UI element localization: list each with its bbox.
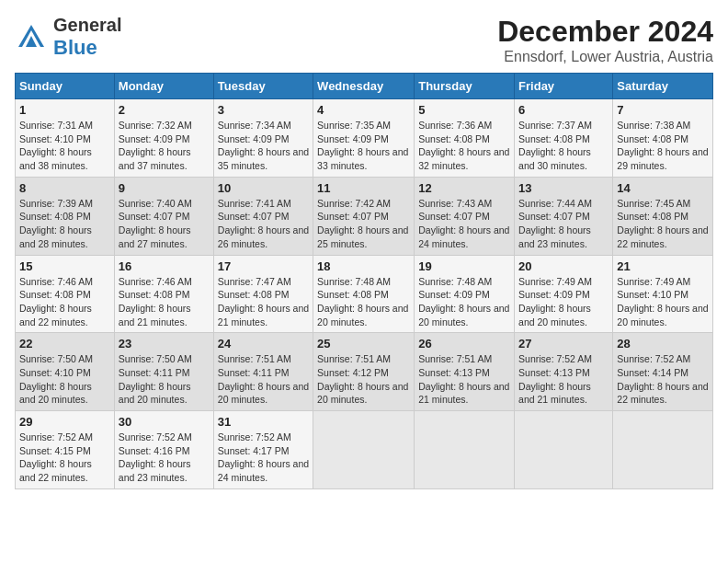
day-info: Sunrise: 7:46 AM Sunset: 4:08 PM Dayligh…: [19, 275, 110, 329]
day-number: 4: [317, 103, 410, 117]
calendar-cell: 11Sunrise: 7:42 AM Sunset: 4:07 PM Dayli…: [313, 177, 415, 255]
day-info: Sunrise: 7:47 AM Sunset: 4:08 PM Dayligh…: [218, 275, 309, 329]
day-number: 26: [418, 337, 510, 350]
day-number: 1: [19, 103, 110, 117]
day-of-week-header: Wednesday: [313, 74, 415, 99]
day-number: 18: [317, 259, 410, 273]
day-of-week-header: Saturday: [613, 74, 713, 99]
calendar-cell: 9Sunrise: 7:40 AM Sunset: 4:07 PM Daylig…: [114, 177, 213, 255]
calendar-cell: [313, 411, 415, 489]
day-number: 21: [617, 259, 709, 273]
calendar-cell: 5Sunrise: 7:36 AM Sunset: 4:08 PM Daylig…: [415, 99, 515, 178]
day-info: Sunrise: 7:43 AM Sunset: 4:07 PM Dayligh…: [418, 197, 510, 251]
day-info: Sunrise: 7:49 AM Sunset: 4:10 PM Dayligh…: [617, 275, 709, 329]
calendar-cell: 29Sunrise: 7:52 AM Sunset: 4:15 PM Dayli…: [16, 411, 115, 489]
calendar-cell: 28Sunrise: 7:52 AM Sunset: 4:14 PM Dayli…: [613, 333, 713, 411]
day-number: 3: [218, 103, 309, 117]
calendar-cell: 31Sunrise: 7:52 AM Sunset: 4:17 PM Dayli…: [213, 411, 313, 489]
day-info: Sunrise: 7:48 AM Sunset: 4:09 PM Dayligh…: [418, 275, 510, 329]
day-number: 24: [218, 337, 309, 350]
day-number: 20: [518, 259, 609, 273]
calendar-cell: 18Sunrise: 7:48 AM Sunset: 4:08 PM Dayli…: [313, 255, 415, 333]
day-info: Sunrise: 7:44 AM Sunset: 4:07 PM Dayligh…: [518, 197, 609, 251]
calendar-cell: 16Sunrise: 7:46 AM Sunset: 4:08 PM Dayli…: [114, 255, 213, 333]
day-info: Sunrise: 7:52 AM Sunset: 4:14 PM Dayligh…: [617, 352, 709, 407]
calendar-week-row: 22Sunrise: 7:50 AM Sunset: 4:10 PM Dayli…: [16, 333, 713, 411]
day-number: 23: [119, 337, 210, 350]
page-subtitle: Ennsdorf, Lower Austria, Austria: [497, 49, 713, 65]
calendar-cell: 2Sunrise: 7:32 AM Sunset: 4:09 PM Daylig…: [114, 99, 213, 178]
day-number: 29: [19, 415, 110, 429]
calendar-cell: 21Sunrise: 7:49 AM Sunset: 4:10 PM Dayli…: [613, 255, 713, 333]
calendar-week-row: 8Sunrise: 7:39 AM Sunset: 4:08 PM Daylig…: [16, 177, 713, 255]
calendar-cell: [515, 411, 613, 489]
day-number: 25: [317, 337, 410, 350]
calendar-cell: [415, 411, 515, 489]
day-info: Sunrise: 7:51 AM Sunset: 4:13 PM Dayligh…: [418, 352, 510, 407]
calendar-cell: 14Sunrise: 7:45 AM Sunset: 4:08 PM Dayli…: [613, 177, 713, 255]
day-info: Sunrise: 7:41 AM Sunset: 4:07 PM Dayligh…: [218, 197, 309, 251]
day-number: 7: [617, 103, 709, 117]
day-info: Sunrise: 7:40 AM Sunset: 4:07 PM Dayligh…: [119, 197, 210, 251]
day-number: 27: [518, 337, 609, 350]
day-number: 5: [418, 103, 510, 117]
page-title: December 2024: [497, 15, 713, 49]
day-info: Sunrise: 7:37 AM Sunset: 4:08 PM Dayligh…: [518, 119, 609, 173]
day-info: Sunrise: 7:52 AM Sunset: 4:16 PM Dayligh…: [119, 431, 210, 485]
day-number: 22: [19, 337, 110, 350]
calendar-cell: 23Sunrise: 7:50 AM Sunset: 4:11 PM Dayli…: [114, 333, 213, 411]
day-info: Sunrise: 7:50 AM Sunset: 4:10 PM Dayligh…: [19, 352, 110, 407]
day-number: 19: [418, 259, 510, 273]
day-info: Sunrise: 7:51 AM Sunset: 4:11 PM Dayligh…: [218, 352, 309, 407]
calendar-cell: 30Sunrise: 7:52 AM Sunset: 4:16 PM Dayli…: [114, 411, 213, 489]
day-of-week-header: Monday: [114, 74, 213, 99]
day-info: Sunrise: 7:45 AM Sunset: 4:08 PM Dayligh…: [617, 197, 709, 251]
day-number: 6: [518, 103, 609, 117]
calendar-table: SundayMondayTuesdayWednesdayThursdayFrid…: [15, 73, 713, 489]
day-info: Sunrise: 7:52 AM Sunset: 4:13 PM Dayligh…: [518, 352, 609, 407]
calendar-week-row: 1Sunrise: 7:31 AM Sunset: 4:10 PM Daylig…: [16, 99, 713, 178]
day-of-week-header: Friday: [515, 74, 613, 99]
day-info: Sunrise: 7:38 AM Sunset: 4:08 PM Dayligh…: [617, 119, 709, 173]
day-number: 31: [218, 415, 309, 429]
calendar-cell: 15Sunrise: 7:46 AM Sunset: 4:08 PM Dayli…: [16, 255, 115, 333]
calendar-cell: 22Sunrise: 7:50 AM Sunset: 4:10 PM Dayli…: [16, 333, 115, 411]
calendar-cell: 3Sunrise: 7:34 AM Sunset: 4:09 PM Daylig…: [213, 99, 313, 178]
calendar-cell: 7Sunrise: 7:38 AM Sunset: 4:08 PM Daylig…: [613, 99, 713, 178]
calendar-cell: 10Sunrise: 7:41 AM Sunset: 4:07 PM Dayli…: [213, 177, 313, 255]
day-info: Sunrise: 7:36 AM Sunset: 4:08 PM Dayligh…: [418, 119, 510, 173]
day-info: Sunrise: 7:39 AM Sunset: 4:08 PM Dayligh…: [19, 197, 110, 251]
calendar-week-row: 29Sunrise: 7:52 AM Sunset: 4:15 PM Dayli…: [16, 411, 713, 489]
logo: GeneralBlue: [15, 15, 121, 60]
day-info: Sunrise: 7:49 AM Sunset: 4:09 PM Dayligh…: [518, 275, 609, 329]
day-info: Sunrise: 7:31 AM Sunset: 4:10 PM Dayligh…: [19, 119, 110, 173]
calendar-cell: 25Sunrise: 7:51 AM Sunset: 4:12 PM Dayli…: [313, 333, 415, 411]
day-number: 10: [218, 181, 309, 195]
day-of-week-header: Tuesday: [213, 74, 313, 99]
calendar-week-row: 15Sunrise: 7:46 AM Sunset: 4:08 PM Dayli…: [16, 255, 713, 333]
day-info: Sunrise: 7:32 AM Sunset: 4:09 PM Dayligh…: [119, 119, 210, 173]
calendar-cell: 27Sunrise: 7:52 AM Sunset: 4:13 PM Dayli…: [515, 333, 613, 411]
day-of-week-header: Sunday: [16, 74, 115, 99]
calendar-cell: 8Sunrise: 7:39 AM Sunset: 4:08 PM Daylig…: [16, 177, 115, 255]
day-number: 8: [19, 181, 110, 195]
day-number: 9: [119, 181, 210, 195]
day-number: 17: [218, 259, 309, 273]
page-header: GeneralBlue December 2024 Ennsdorf, Lowe…: [15, 15, 713, 65]
day-number: 15: [19, 259, 110, 273]
calendar-cell: [613, 411, 713, 489]
calendar-cell: 20Sunrise: 7:49 AM Sunset: 4:09 PM Dayli…: [515, 255, 613, 333]
calendar-cell: 1Sunrise: 7:31 AM Sunset: 4:10 PM Daylig…: [16, 99, 115, 178]
title-block: December 2024 Ennsdorf, Lower Austria, A…: [497, 15, 713, 65]
day-of-week-header: Thursday: [415, 74, 515, 99]
calendar-cell: 6Sunrise: 7:37 AM Sunset: 4:08 PM Daylig…: [515, 99, 613, 178]
day-number: 14: [617, 181, 709, 195]
day-number: 28: [617, 337, 709, 350]
day-info: Sunrise: 7:48 AM Sunset: 4:08 PM Dayligh…: [317, 275, 410, 329]
calendar-cell: 12Sunrise: 7:43 AM Sunset: 4:07 PM Dayli…: [415, 177, 515, 255]
calendar-header: SundayMondayTuesdayWednesdayThursdayFrid…: [16, 74, 713, 99]
day-number: 12: [418, 181, 510, 195]
day-number: 11: [317, 181, 410, 195]
day-info: Sunrise: 7:46 AM Sunset: 4:08 PM Dayligh…: [119, 275, 210, 329]
day-info: Sunrise: 7:52 AM Sunset: 4:17 PM Dayligh…: [218, 431, 309, 485]
